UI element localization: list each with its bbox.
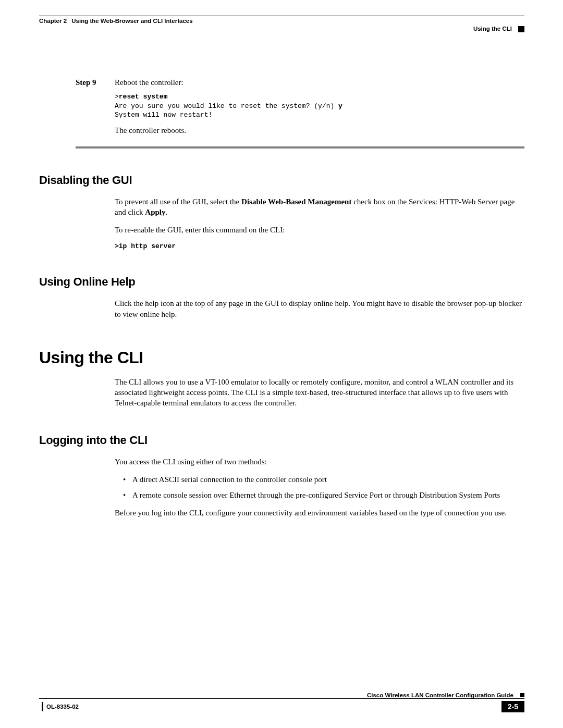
step-9-block: Step 9 Reboot the controller: >reset sys… [76, 78, 524, 135]
page-header: Chapter 2 Using the Web-Browser and CLI … [39, 16, 524, 47]
step-number: Step 9 [76, 78, 115, 135]
cli-line1: Are you sure you would like to reset the… [115, 102, 338, 110]
footer-guide-title: Cisco Wireless LAN Controller Configurat… [367, 692, 518, 698]
using-cli-para: The CLI allows you to use a VT-100 emula… [115, 377, 524, 409]
heading-logging-cli: Logging into the CLI [39, 434, 524, 447]
logging-cli-bullets: A direct ASCII serial connection to the … [115, 474, 524, 501]
online-help-para: Click the help icon at the top of any pa… [115, 298, 524, 319]
header-marker-icon [518, 26, 524, 32]
chapter-title: Using the Web-Browser and CLI Interfaces [71, 18, 192, 24]
cli-prompt: > [115, 93, 119, 101]
header-section-label: Using the CLI [473, 26, 512, 32]
logging-cli-after: Before you log into the CLI, configure y… [115, 508, 524, 518]
section-using-cli: The CLI allows you to use a VT-100 emula… [115, 377, 524, 409]
step-after: The controller reboots. [115, 126, 524, 135]
cli-output: >reset system Are you sure you would lik… [115, 92, 524, 120]
disabling-gui-para1: To prevent all use of the GUI, select th… [115, 196, 524, 218]
section-online-help: Click the help icon at the top of any pa… [115, 298, 524, 319]
footer-marker-icon [520, 693, 524, 697]
cli-command: reset system [119, 93, 168, 101]
logging-cli-intro: You access the CLI using either of two m… [115, 456, 524, 467]
page-number: 2-5 [501, 701, 524, 712]
footer-doc-id: OL-8335-02 [46, 704, 79, 710]
list-item: A direct ASCII serial connection to the … [115, 474, 524, 485]
page-content: Step 9 Reboot the controller: >reset sys… [39, 78, 524, 519]
heading-using-cli: Using the CLI [39, 348, 524, 367]
disabling-gui-para2: To re-enable the GUI, enter this command… [115, 225, 524, 235]
heading-disabling-gui: Disabling the GUI [39, 174, 524, 187]
chapter-number: Chapter 2 [39, 18, 67, 24]
section-disabling-gui: To prevent all use of the GUI, select th… [115, 196, 524, 251]
cli-y: y [338, 102, 342, 110]
list-item: A remote console session over Ethernet t… [115, 490, 524, 500]
section-divider [76, 146, 524, 149]
chapter-line: Chapter 2 Using the Web-Browser and CLI … [39, 18, 524, 24]
footer-left-marker-icon [39, 702, 43, 711]
header-section-right: Using the CLI [39, 26, 524, 32]
page-frame: Chapter 2 Using the Web-Browser and CLI … [39, 16, 524, 712]
heading-online-help: Using Online Help [39, 275, 524, 289]
section-logging-cli: You access the CLI using either of two m… [115, 456, 524, 519]
step-intro: Reboot the controller: [115, 78, 524, 87]
page-footer: Cisco Wireless LAN Controller Configurat… [39, 693, 524, 712]
cli-line2: System will now restart! [115, 111, 212, 119]
cli-ip-http: >ip http server [115, 242, 524, 250]
